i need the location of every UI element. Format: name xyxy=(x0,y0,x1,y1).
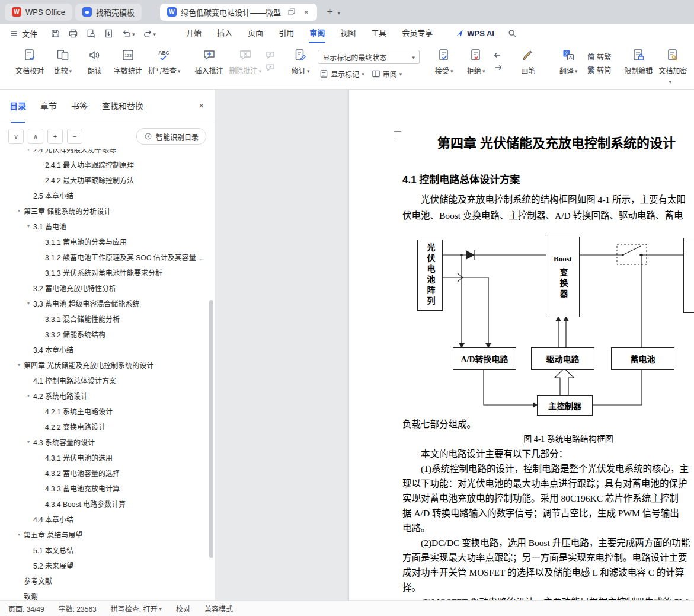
toc-item[interactable]: ▾ 3.1.1 蓄电池的分类与应用 xyxy=(0,234,215,249)
toc-item[interactable]: ▾ 第四章 光伏储能及充放电控制系统的设计 xyxy=(0,357,215,372)
print-button[interactable] xyxy=(68,28,78,39)
export-pdf-button[interactable] xyxy=(104,28,114,39)
next-comment-button[interactable] xyxy=(264,62,276,73)
previous-comment-button[interactable] xyxy=(264,50,276,60)
toc-item[interactable]: ▾ 4.2.2 变换电路设计 xyxy=(0,419,215,434)
toc-item[interactable]: ▾ 5.2 未来展望 xyxy=(0,557,215,573)
page-indicator[interactable]: 页面: 34/49 xyxy=(8,604,44,614)
toc-item[interactable]: ▾ 4.3.3 蓄电池充放电计算 xyxy=(0,480,215,496)
document-page[interactable]: 第四章 光伏储能及充放电控制系统的设计 4.1 控制电路总体设计方案 光伏储能及… xyxy=(349,90,694,600)
toc-expand-arrow-icon[interactable]: ▾ xyxy=(24,301,33,306)
toc-item[interactable]: ▾ 2.4.2 最大功率跟踪控制方法 xyxy=(0,172,215,187)
toc-zoom-out-button[interactable]: − xyxy=(67,129,82,144)
toc-item[interactable]: ▾ 第五章 总结与展望 xyxy=(0,526,215,542)
toc-expand-arrow-icon[interactable]: ▾ xyxy=(14,208,24,213)
spell-check-status[interactable]: 拼写检查: 打开 xyxy=(111,604,162,614)
toc-collapse-all-button[interactable]: ∧ xyxy=(28,129,43,144)
toc-item[interactable]: ▾ 2.5 本章小结 xyxy=(0,187,215,203)
toc-item[interactable]: ▾ 3.1.3 光伏系统对蓄电池性能要求分析 xyxy=(0,264,215,280)
toc-item[interactable]: ▾ 第三章 储能系统的分析设计 xyxy=(0,203,215,218)
tab-wps-home[interactable]: W WPS Office xyxy=(5,4,72,21)
toc-item[interactable]: ▾ 4.3.4 Boost 电路参数计算 xyxy=(0,496,215,511)
toc-expand-arrow-icon[interactable]: ▾ xyxy=(14,362,24,368)
toc-item[interactable]: ▾ 4.1 控制电路总体设计方案 xyxy=(0,372,215,388)
undo-button[interactable] xyxy=(121,28,135,39)
next-change-button[interactable] xyxy=(492,62,504,73)
new-tab-button[interactable]: + xyxy=(327,6,333,18)
accept-changes-button[interactable]: 接受 xyxy=(428,46,460,77)
toc-item[interactable]: ▾ 4.3.1 光伏电池的选用 xyxy=(0,449,215,465)
tab-current-document[interactable]: W 绿色低碳变电站设计——微型... × xyxy=(160,4,317,21)
toc-expand-all-button[interactable]: ∨ xyxy=(8,129,24,144)
ribbon-tab[interactable]: 会员专享 xyxy=(394,24,440,43)
toc-item[interactable]: ▾ 4.3.2 蓄电池容量的选择 xyxy=(0,465,215,480)
traditional-to-simplified-button[interactable]: 繁 转简 xyxy=(586,63,613,76)
doc-proofread-button[interactable]: 文档校对 xyxy=(12,46,47,77)
toc-item[interactable]: ▾ 2.4.1 最大功率跟踪控制原理 xyxy=(0,157,215,172)
restrict-editing-button[interactable]: 限制编辑 xyxy=(621,46,655,77)
toc-item[interactable]: ▾ 2.4 光伏阵列最大功率跟踪 xyxy=(0,149,215,157)
word-count-button[interactable]: 123 字数统计 xyxy=(111,46,145,77)
tab-docer-templates[interactable]: 找稻壳模板 xyxy=(75,4,142,21)
toc-item[interactable]: ▾ 3.3.2 储能系统结构 xyxy=(0,326,215,341)
insert-comment-button[interactable]: 插入批注 xyxy=(192,46,226,77)
toc-item[interactable]: ▾ 参考文献 xyxy=(0,573,215,588)
reject-changes-button[interactable]: 拒绝 xyxy=(460,46,492,77)
toc-expand-arrow-icon[interactable]: ▾ xyxy=(24,439,33,445)
spell-check-button[interactable]: ABC 拼写检查 xyxy=(145,46,184,77)
sidebar-panel-tab[interactable]: 书签 xyxy=(71,90,88,123)
tab-list-caret-icon[interactable] xyxy=(338,8,341,17)
tab-close-icon[interactable]: × xyxy=(303,8,310,17)
file-menu-button[interactable]: 文件 xyxy=(9,28,37,39)
search-button[interactable] xyxy=(507,28,517,38)
translate-button[interactable]: 文A 翻译 xyxy=(552,46,584,77)
print-preview-button[interactable] xyxy=(86,28,96,39)
toc-item[interactable]: ▾ 4.2 系统电路设计 xyxy=(0,388,215,403)
simplified-to-traditional-button[interactable]: 简 转繁 xyxy=(586,50,613,63)
toc-scrollbar-thumb[interactable] xyxy=(209,300,213,558)
sidebar-panel-tab[interactable]: 查找和替换 xyxy=(102,90,143,123)
redo-button[interactable] xyxy=(143,28,156,39)
toc-item[interactable]: ▾ 4.3 系统容量的设计 xyxy=(0,434,215,449)
toc-item[interactable]: ▾ 5.1 本文总结 xyxy=(0,542,215,557)
ribbon-tab[interactable]: 开始 xyxy=(178,24,209,43)
sidebar-panel-tab[interactable]: 章节 xyxy=(40,90,57,123)
previous-change-button[interactable] xyxy=(492,50,504,60)
toc-expand-arrow-icon[interactable]: ▾ xyxy=(24,224,33,229)
delete-comment-button[interactable]: 删除批注 xyxy=(226,46,265,77)
toc-item[interactable]: ▾ 3.1 蓄电池 xyxy=(0,218,215,234)
read-aloud-button[interactable]: 朗读 xyxy=(79,46,111,77)
sidebar-close-icon[interactable]: × xyxy=(199,100,204,110)
toc-item[interactable]: ▾ 4.2.1 系统主电路设计 xyxy=(0,403,215,419)
ribbon-tab[interactable]: 审阅 xyxy=(302,24,332,43)
ribbon-tab[interactable]: 插入 xyxy=(209,24,240,43)
ribbon-tab[interactable]: 页面 xyxy=(240,24,271,43)
ribbon-tab[interactable]: 工具 xyxy=(363,24,394,43)
toc-expand-arrow-icon[interactable]: ▾ xyxy=(14,532,24,537)
toc-item[interactable]: ▾ 3.3.1 混合储能性能分析 xyxy=(0,311,215,326)
toc-item[interactable]: ▾ 3.1.2 酸蓄电池工作原理及其 SOC 估计及其容量 ... xyxy=(0,249,215,264)
undo-caret-icon[interactable] xyxy=(132,29,135,38)
wps-ai-button[interactable]: WPS AI xyxy=(455,28,494,38)
track-changes-button[interactable]: 修订 xyxy=(284,46,316,77)
proofread-status[interactable]: 校对 xyxy=(176,604,190,614)
toc-item[interactable]: ▾ 致谢 xyxy=(0,588,215,600)
review-pane-button[interactable]: 审阅 xyxy=(370,67,404,80)
sidebar-panel-tab[interactable]: 目录 xyxy=(9,90,26,123)
ribbon-tab[interactable]: 引用 xyxy=(271,24,302,43)
show-markup-button[interactable]: 显示标记 xyxy=(318,67,366,80)
toc-zoom-in-button[interactable]: + xyxy=(47,129,63,144)
ribbon-tab[interactable]: 视图 xyxy=(332,24,363,43)
toc-item[interactable]: ▾ 3.2 蓄电池充放电特性分析 xyxy=(0,280,215,295)
compare-button[interactable]: 比较 xyxy=(47,46,79,77)
ink-brush-button[interactable]: 画笔 xyxy=(512,46,544,77)
save-button[interactable] xyxy=(50,28,60,39)
markup-state-dropdown[interactable]: 显示标记的最终状态 xyxy=(318,50,420,64)
toc-item[interactable]: ▾ 3.4 本章小结 xyxy=(0,341,215,357)
redo-caret-icon[interactable] xyxy=(153,29,156,38)
smart-toc-button[interactable]: 智能识别目录 xyxy=(136,128,206,145)
toc-expand-arrow-icon[interactable]: ▾ xyxy=(24,393,33,398)
toc-item[interactable]: ▾ 4.4 本章小结 xyxy=(0,511,215,526)
toc-expand-arrow-icon[interactable]: ▾ xyxy=(24,149,33,152)
ribbon-expand-caret-icon[interactable] xyxy=(669,76,671,85)
